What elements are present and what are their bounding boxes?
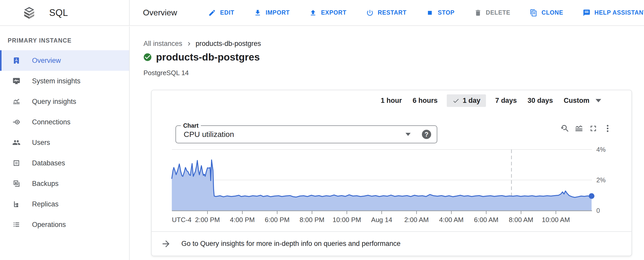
stop-icon: [426, 9, 434, 17]
sidebar-item-label: Overview: [32, 57, 61, 65]
import-icon: [254, 9, 262, 17]
x-axis-label: 2:00 PM: [195, 216, 220, 224]
breadcrumb-current: products-db-postgres: [196, 40, 261, 48]
main-content: All instances products-db-postgres produ…: [130, 26, 644, 260]
sidebar-item-replicas[interactable]: Replicas: [0, 194, 129, 214]
latest-value-dot: [589, 193, 594, 199]
y-axis-label: 0: [596, 207, 600, 214]
sidebar-item-label: Operations: [32, 221, 66, 229]
engine-version-label: PostgreSQL 14: [143, 69, 189, 77]
sidebar-item-label: System insights: [32, 77, 80, 85]
sidebar-item-operations[interactable]: Operations: [0, 214, 129, 235]
breadcrumb: All instances products-db-postgres: [143, 40, 261, 48]
action-label: STOP: [438, 9, 454, 16]
users-icon: [12, 138, 20, 147]
action-label: IMPORT: [266, 9, 290, 16]
pencil-icon: [208, 9, 216, 17]
instance-name: products-db-postgres: [156, 52, 260, 63]
cloud-sql-logo-icon: [23, 6, 36, 19]
sidebar-item-backups[interactable]: Backups: [0, 173, 129, 194]
header-main: Overview EDITIMPORTEXPORTRESTARTSTOPDELE…: [130, 0, 644, 25]
sidebar-item-users[interactable]: Users: [0, 132, 129, 153]
chat-icon: [583, 9, 590, 17]
action-label: EDIT: [220, 9, 234, 16]
query-insights-link[interactable]: Go to Query insights for more in-depth i…: [152, 231, 631, 256]
replicas-icon: [12, 200, 20, 208]
product-name: SQL: [49, 7, 68, 18]
export-button[interactable]: EXPORT: [309, 9, 346, 17]
x-axis-label: 6:00 AM: [474, 216, 498, 224]
stop-button[interactable]: STOP: [426, 9, 454, 17]
product-home-link[interactable]: SQL: [0, 0, 130, 25]
clone-button[interactable]: CLONE: [530, 9, 563, 17]
sidebar: PRIMARY INSTANCE OverviewSystem insights…: [0, 26, 130, 260]
breadcrumb-all-instances[interactable]: All instances: [143, 40, 182, 48]
bar-chart-icon: [12, 97, 20, 106]
databases-icon: [12, 159, 20, 167]
x-axis-label: 4:00 PM: [230, 216, 255, 224]
query-insights-link-text: Go to Query insights for more in-depth i…: [181, 240, 400, 248]
sidebar-nav: OverviewSystem insightsQuery insightsCon…: [0, 50, 129, 235]
check-circle-icon: [143, 53, 152, 62]
clone-icon: [530, 9, 537, 17]
cpu-area-fill: [172, 160, 592, 211]
x-axis-timezone-label: UTC-4: [172, 216, 192, 224]
export-icon: [309, 9, 317, 17]
x-axis-label: 6:00 PM: [265, 216, 290, 224]
backups-icon: [12, 179, 20, 188]
sidebar-item-label: Backups: [32, 180, 59, 188]
x-axis-label: 10:00 PM: [333, 216, 361, 224]
sidebar-section-label: PRIMARY INSTANCE: [8, 37, 129, 44]
chevron-right-icon: [185, 40, 193, 47]
delete-button[interactable]: DELETE: [474, 9, 511, 17]
action-label: EXPORT: [321, 9, 346, 16]
sidebar-item-system-insights[interactable]: System insights: [0, 71, 129, 91]
action-label: CLONE: [542, 9, 563, 16]
y-axis-label: 2%: [596, 176, 606, 184]
instance-icon: [12, 56, 20, 65]
x-axis-label: 8:00 PM: [300, 216, 325, 224]
help-assistant-button[interactable]: HELP ASSISTANT: [583, 9, 644, 17]
sidebar-item-label: Users: [32, 139, 50, 147]
arrow-forward-icon: [161, 239, 171, 249]
connections-icon: [12, 118, 20, 126]
x-axis-label: 8:00 AM: [509, 216, 533, 224]
import-button[interactable]: IMPORT: [254, 9, 290, 17]
sidebar-item-databases[interactable]: Databases: [0, 153, 129, 173]
trash-icon: [474, 9, 482, 17]
action-label: DELETE: [486, 9, 511, 16]
header-action-bar: EDITIMPORTEXPORTRESTARTSTOPDELETECLONEHE…: [208, 9, 644, 17]
restart-icon: [366, 9, 374, 17]
x-axis-label: 4:00 AM: [439, 216, 463, 224]
y-axis-label: 4%: [596, 146, 606, 153]
x-axis-label: Aug 14: [371, 216, 392, 224]
sidebar-item-label: Query insights: [32, 98, 76, 106]
cpu-line-series: [172, 160, 592, 197]
instance-title-row: products-db-postgres: [143, 52, 260, 63]
restart-button[interactable]: RESTART: [366, 9, 407, 17]
metrics-card: 1 hour6 hours1 day7 days30 daysCustom Ch…: [151, 90, 632, 256]
top-app-bar: SQL Overview EDITIMPORTEXPORTRESTARTSTOP…: [0, 0, 644, 26]
operations-icon: [12, 221, 20, 229]
x-axis-label: 10:00 AM: [542, 216, 570, 224]
x-axis-label: 2:00 AM: [404, 216, 429, 224]
edit-button[interactable]: EDIT: [208, 9, 234, 17]
action-label: HELP ASSISTANT: [595, 9, 644, 16]
action-label: RESTART: [378, 9, 407, 16]
sidebar-item-query-insights[interactable]: Query insights: [0, 91, 129, 112]
sidebar-item-overview[interactable]: Overview: [0, 50, 129, 71]
sidebar-item-label: Connections: [32, 118, 70, 126]
sidebar-item-connections[interactable]: Connections: [0, 112, 129, 132]
page-title: Overview: [143, 8, 177, 17]
sidebar-item-label: Replicas: [32, 200, 59, 208]
sidebar-item-label: Databases: [32, 159, 65, 167]
monitor-icon: [12, 77, 20, 85]
